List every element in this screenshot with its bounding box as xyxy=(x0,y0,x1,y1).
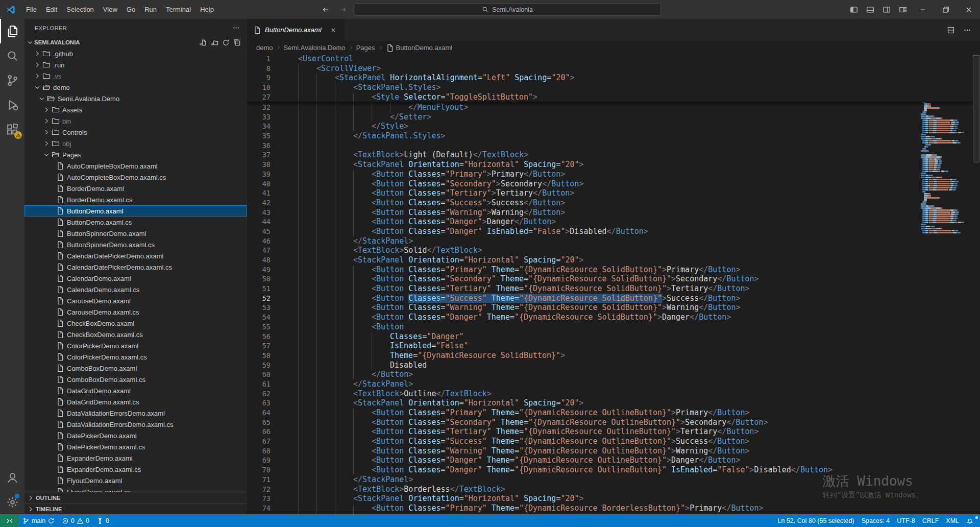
menu-run[interactable]: Run xyxy=(140,0,161,19)
activity-settings[interactable] xyxy=(0,490,24,514)
tree-item-ExpanderDemo.axaml.cs[interactable]: ExpanderDemo.axaml.cs xyxy=(24,464,247,475)
tree-item-DataValidationErrorsDemo.axaml[interactable]: DataValidationErrorsDemo.axaml xyxy=(24,408,247,419)
tree-item-BorderDemo.axaml.cs[interactable]: BorderDemo.axaml.cs xyxy=(24,194,247,205)
tree-item-ButtonDemo.axaml[interactable]: ButtonDemo.axaml xyxy=(24,205,247,217)
notifications-bell[interactable] xyxy=(963,517,977,524)
tree-item-.github[interactable]: .github xyxy=(24,48,247,59)
tree-item-ComboBoxDemo.axaml.cs[interactable]: ComboBoxDemo.axaml.cs xyxy=(24,374,247,385)
activity-extensions[interactable] xyxy=(0,117,24,141)
section-timeline[interactable]: TIMELINE xyxy=(24,503,247,514)
layout-sidebar-left-icon[interactable] xyxy=(846,0,862,19)
tree-item-Semi.Avalonia.Demo[interactable]: Semi.Avalonia.Demo xyxy=(24,93,247,104)
tree-item-DataGridDemo.axaml[interactable]: DataGridDemo.axaml xyxy=(24,385,247,396)
tree-item-BorderDemo.axaml[interactable]: BorderDemo.axaml xyxy=(24,183,247,194)
problems-status[interactable]: 0 0 xyxy=(58,514,93,527)
status-bar-right: Ln 52, Col 80 (55 selected)Spaces: 4UTF-… xyxy=(774,517,980,524)
activity-explorer[interactable] xyxy=(0,19,24,43)
collapse-all-button[interactable] xyxy=(233,39,241,46)
breadcrumb-Pages[interactable]: Pages xyxy=(356,44,375,52)
tab-buttondemo[interactable]: ButtonDemo.axaml xyxy=(247,19,345,41)
layout-customize-icon[interactable] xyxy=(895,0,911,19)
tree-item-obj[interactable]: obj xyxy=(24,138,247,149)
status-utf-8[interactable]: UTF-8 xyxy=(893,517,918,524)
ports-status[interactable]: 0 xyxy=(93,514,113,527)
tree-item-ColorPickerDemo.axaml.cs[interactable]: ColorPickerDemo.axaml.cs xyxy=(24,351,247,363)
tree-item-CalendarDatePickerDemo.axaml.cs[interactable]: CalendarDatePickerDemo.axaml.cs xyxy=(24,261,247,273)
activity-run-debug[interactable] xyxy=(0,92,24,117)
status-xml[interactable]: XML xyxy=(942,517,963,524)
tree-item-.run[interactable]: .run xyxy=(24,59,247,70)
tree-item-CheckBoxDemo.axaml.cs[interactable]: CheckBoxDemo.axaml.cs xyxy=(24,329,247,340)
new-file-button[interactable] xyxy=(200,39,207,46)
refresh-button[interactable] xyxy=(222,39,230,46)
branch-status[interactable]: main xyxy=(19,514,58,527)
tree-item-DataGridDemo.axaml.cs[interactable]: DataGridDemo.axaml.cs xyxy=(24,396,247,408)
close-window-button[interactable] xyxy=(957,0,980,19)
tree-item-demo[interactable]: demo xyxy=(24,82,247,93)
menu-edit[interactable]: Edit xyxy=(41,0,62,19)
tree-item-CheckBoxDemo.axaml[interactable]: CheckBoxDemo.axaml xyxy=(24,318,247,329)
tree-item-ExpanderDemo.axaml[interactable]: ExpanderDemo.axaml xyxy=(24,452,247,464)
tree-item-CalendarDemo.axaml.cs[interactable]: CalendarDemo.axaml.cs xyxy=(24,284,247,295)
tree-item-ButtonDemo.axaml.cs[interactable]: ButtonDemo.axaml.cs xyxy=(24,217,247,228)
tree-item-FlyoutDemo.axaml[interactable]: FlyoutDemo.axaml xyxy=(24,475,247,486)
tree-item-CalendarDatePickerDemo.axaml[interactable]: CalendarDatePickerDemo.axaml xyxy=(24,250,247,261)
status-ln-52[interactable]: Ln 52, Col 80 (55 selected) xyxy=(774,517,858,524)
layout-sidebar-right-icon[interactable] xyxy=(878,0,895,19)
code-line-64: 64 <Button Classes="Primary" Theme="{Dyn… xyxy=(247,408,980,418)
restore-button[interactable] xyxy=(934,0,957,19)
status-spaces[interactable]: Spaces: 4 xyxy=(858,517,894,524)
menu-terminal[interactable]: Terminal xyxy=(161,0,195,19)
split-editor-icon[interactable] xyxy=(944,20,958,39)
tree-item-CarouselDemo.axaml.cs[interactable]: CarouselDemo.axaml.cs xyxy=(24,306,247,318)
tree-item-DatePickerDemo.axaml.cs[interactable]: DatePickerDemo.axaml.cs xyxy=(24,441,247,452)
code-line-1: 1 <UserControl xyxy=(247,54,973,64)
tree-item-bin[interactable]: bin xyxy=(24,115,247,127)
section-outline[interactable]: OUTLINE xyxy=(24,492,247,503)
tab-close-icon[interactable] xyxy=(328,25,338,35)
code-line-34: 34 </Style> xyxy=(247,122,980,131)
tree-item-Assets[interactable]: Assets xyxy=(24,104,247,115)
warning-badge-icon xyxy=(16,133,21,138)
remote-indicator[interactable] xyxy=(0,514,19,527)
tree-item-ButtonSpinnerDemo.axaml[interactable]: ButtonSpinnerDemo.axaml xyxy=(24,228,247,239)
breadcrumb-Semi.Avalonia.Demo[interactable]: Semi.Avalonia.Demo xyxy=(284,44,346,52)
tree-item-DatePickerDemo.axaml[interactable]: DatePickerDemo.axaml xyxy=(24,430,247,441)
tree-item-AutoCompleteBoxDemo.axaml[interactable]: AutoCompleteBoxDemo.axaml xyxy=(24,160,247,172)
layout-panel-icon[interactable] xyxy=(862,0,878,19)
tree-item-CarouselDemo.axaml[interactable]: CarouselDemo.axaml xyxy=(24,295,247,306)
activity-accounts[interactable] xyxy=(0,465,24,490)
back-arrow-icon[interactable] xyxy=(319,3,332,16)
activity-search[interactable] xyxy=(0,43,24,68)
menu-go[interactable]: Go xyxy=(122,0,140,19)
more-actions-icon[interactable] xyxy=(961,20,974,39)
activity-source-control[interactable] xyxy=(0,68,24,92)
breadcrumb-ButtonDemo.axaml[interactable]: ButtonDemo.axaml xyxy=(386,44,453,52)
tree-item-.vs[interactable]: .vs xyxy=(24,70,247,82)
status-crlf[interactable]: CRLF xyxy=(919,517,943,524)
menu-help[interactable]: Help xyxy=(195,0,218,19)
menu-view[interactable]: View xyxy=(99,0,122,19)
explorer-more-actions-icon[interactable] xyxy=(232,24,240,32)
search-input[interactable]: Semi.Avalonia xyxy=(354,3,661,16)
tree-item-Pages[interactable]: Pages xyxy=(24,149,247,160)
menu-selection[interactable]: Selection xyxy=(62,0,98,19)
minimize-button[interactable] xyxy=(911,0,934,19)
new-folder-button[interactable] xyxy=(211,39,218,46)
vertical-scrollbar[interactable] xyxy=(973,54,980,514)
sticky-scroll[interactable]: 1 <UserControl 8 <ScrollViewer> 9 <Stack… xyxy=(247,54,973,102)
forward-arrow-icon[interactable] xyxy=(336,3,350,16)
tree-item-ComboBoxDemo.axaml[interactable]: ComboBoxDemo.axaml xyxy=(24,363,247,374)
tree-item-AutoCompleteBoxDemo.axaml.cs[interactable]: AutoCompleteBoxDemo.axaml.cs xyxy=(24,172,247,183)
menu-file[interactable]: File xyxy=(21,0,41,19)
tree-item-ColorPickerDemo.axaml[interactable]: ColorPickerDemo.axaml xyxy=(24,340,247,351)
breadcrumb-demo[interactable]: demo xyxy=(256,44,273,52)
code-editor[interactable]: 32 </MenuFlyout> 33 </Setter> 34 </Style… xyxy=(247,54,980,514)
workspace-root-row[interactable]: SEMI.AVALONIA xyxy=(24,37,247,48)
tree-item-ButtonSpinnerDemo.axaml.cs[interactable]: ButtonSpinnerDemo.axaml.cs xyxy=(24,239,247,250)
scrollbar-thumb[interactable] xyxy=(973,55,979,162)
tree-item-Controls[interactable]: Controls xyxy=(24,127,247,138)
tree-item-FlyoutDemo.axaml.cs[interactable]: FlyoutDemo.axaml.cs xyxy=(24,486,247,492)
tree-item-CalendarDemo.axaml[interactable]: CalendarDemo.axaml xyxy=(24,273,247,284)
tree-item-DataValidationErrorsDemo.axaml.cs[interactable]: DataValidationErrorsDemo.axaml.cs xyxy=(24,419,247,430)
